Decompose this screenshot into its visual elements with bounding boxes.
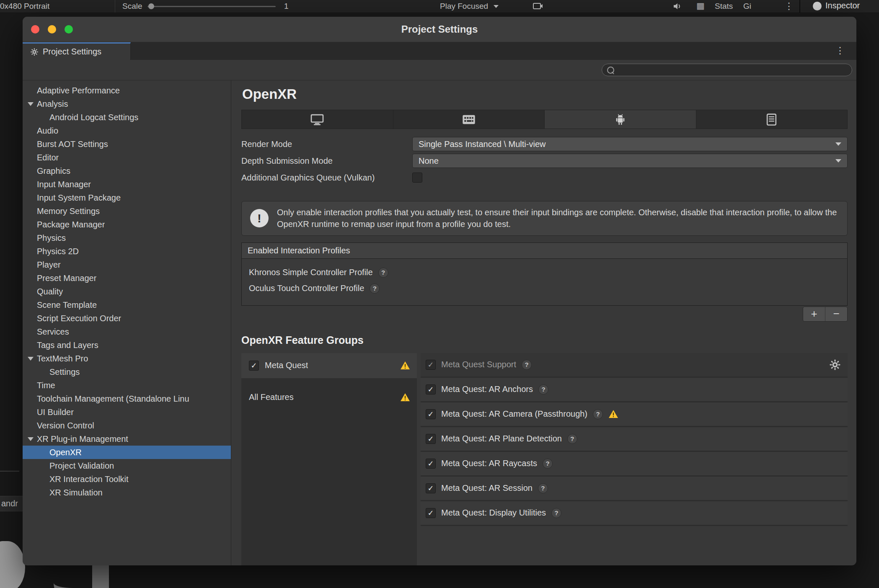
sidebar-item-editor[interactable]: Editor (23, 151, 231, 164)
sidebar-item-time[interactable]: Time (23, 379, 231, 392)
feature-label: Meta Quest: AR Camera (Passthrough) (441, 409, 587, 419)
platform-tab-3[interactable] (696, 110, 848, 129)
play-focused-dropdown[interactable]: Play Focused (440, 2, 499, 11)
help-icon[interactable] (378, 268, 388, 278)
stats-button[interactable]: Stats (715, 2, 733, 11)
sidebar-item-physics[interactable]: Physics (23, 231, 231, 245)
search-input[interactable] (618, 65, 847, 75)
help-icon[interactable] (593, 409, 603, 419)
scale-value: 1 (284, 2, 289, 11)
remove-profile-button[interactable]: − (825, 307, 847, 321)
search-field[interactable] (602, 64, 852, 76)
help-icon[interactable] (551, 508, 561, 518)
foldout-open-icon[interactable] (28, 357, 34, 361)
profiles-add-remove: + − (803, 307, 848, 322)
sidebar-item-settings[interactable]: Settings (23, 365, 231, 379)
sidebar-item-player[interactable]: Player (23, 258, 231, 271)
checkbox-meta-quest-ar-anchors[interactable] (426, 384, 436, 395)
help-icon[interactable] (522, 360, 532, 370)
sidebar-item-services[interactable]: Services (23, 325, 231, 338)
platform-tab-2[interactable] (545, 110, 696, 129)
sidebar-item-input-manager[interactable]: Input Manager (23, 178, 231, 191)
inspector-tab-label[interactable]: Inspector (825, 1, 860, 10)
sidebar-item-project-validation[interactable]: Project Validation (23, 459, 231, 472)
checkbox-meta-quest-display-utilities[interactable] (426, 508, 436, 518)
sidebar-item-audio[interactable]: Audio (23, 124, 231, 137)
sidebar-item-burst-aot-settings[interactable]: Burst AOT Settings (23, 137, 231, 151)
feature-group-meta-quest[interactable]: Meta Quest (241, 353, 417, 378)
background-partial-button[interactable]: andr (0, 496, 26, 511)
feature-label: Meta Quest Support (441, 360, 516, 369)
close-button[interactable] (31, 25, 39, 34)
sidebar-item-label: Script Execution Order (37, 314, 121, 323)
sidebar-item-xr-plug-in-management[interactable]: XR Plug-in Management (23, 432, 231, 446)
scale-slider-knob[interactable] (148, 3, 154, 9)
help-icon[interactable] (370, 284, 380, 294)
checkbox-meta-quest-ar-camera-passthrough[interactable] (426, 409, 436, 419)
speaker-icon[interactable] (673, 3, 682, 10)
gizmos-button[interactable]: Gi (743, 2, 751, 11)
sidebar-item-version-control[interactable]: Version Control (23, 419, 231, 432)
sidebar-item-package-manager[interactable]: Package Manager (23, 218, 231, 231)
help-icon[interactable] (567, 434, 577, 444)
help-icon[interactable] (543, 459, 553, 469)
help-icon[interactable] (538, 384, 548, 395)
checkbox-additional-graphics-queue-vulkan[interactable] (412, 173, 422, 183)
window-titlebar[interactable]: Project Settings (23, 17, 856, 42)
checkbox-meta-quest[interactable] (249, 361, 259, 371)
feature-row-meta-quest-ar-anchors: Meta Quest: AR Anchors (421, 378, 848, 402)
checkbox-meta-quest-support[interactable] (426, 360, 436, 370)
profile-label: Khronos Simple Controller Profile (249, 268, 373, 277)
checkbox-meta-quest-ar-session[interactable] (426, 483, 436, 493)
resolution-dropdown[interactable]: 0x480 Portrait (0, 2, 49, 11)
sidebar-item-script-execution-order[interactable]: Script Execution Order (23, 312, 231, 325)
sidebar-item-openxr[interactable]: OpenXR (23, 446, 231, 459)
warning-icon (608, 410, 618, 418)
sidebar-item-memory-settings[interactable]: Memory Settings (23, 204, 231, 218)
sidebar-item-scene-template[interactable]: Scene Template (23, 298, 231, 312)
profile-row-khronos-simple-controller-profile: Khronos Simple Controller Profile (242, 265, 847, 281)
warning-info-icon (250, 209, 269, 227)
checkbox-meta-quest-ar-raycasts[interactable] (426, 459, 436, 469)
checkbox-meta-quest-ar-plane-detection[interactable] (426, 434, 436, 444)
sidebar-item-input-system-package[interactable]: Input System Package (23, 191, 231, 204)
sidebar-item-physics-2d[interactable]: Physics 2D (23, 245, 231, 258)
sidebar-item-xr-interaction-toolkit[interactable]: XR Interaction Toolkit (23, 472, 231, 486)
help-icon[interactable] (538, 483, 548, 493)
feature-label: Meta Quest: AR Raycasts (441, 459, 537, 468)
more-menu-icon[interactable] (835, 45, 845, 56)
sidebar-item-textmesh-pro[interactable]: TextMesh Pro (23, 352, 231, 365)
sidebar-item-analysis[interactable]: Analysis (23, 97, 231, 111)
minimize-button[interactable] (48, 25, 56, 34)
sidebar-item-label: XR Plug-in Management (37, 434, 128, 444)
sidebar-item-quality[interactable]: Quality (23, 285, 231, 298)
sidebar-item-adaptive-performance[interactable]: Adaptive Performance (23, 84, 231, 97)
feature-group-all-features[interactable]: All Features (241, 385, 417, 410)
sidebar-item-label: Memory Settings (37, 206, 100, 216)
grid-icon[interactable] (696, 1, 705, 11)
platform-tab-1[interactable] (393, 110, 545, 129)
dropdown-depth-submission-mode[interactable]: None (412, 154, 848, 168)
gear-icon[interactable] (829, 359, 841, 371)
scale-slider[interactable] (147, 6, 276, 7)
zoom-button[interactable] (65, 25, 73, 34)
feature-row-meta-quest-display-utilities: Meta Quest: Display Utilities (421, 501, 848, 526)
sidebar-item-preset-manager[interactable]: Preset Manager (23, 271, 231, 285)
tab-project-settings[interactable]: Project Settings (23, 42, 131, 60)
foldout-open-icon[interactable] (28, 102, 34, 106)
add-profile-button[interactable]: + (803, 307, 825, 321)
camera-icon[interactable] (533, 2, 543, 10)
sidebar-item-xr-simulation[interactable]: XR Simulation (23, 486, 231, 499)
sidebar-item-graphics[interactable]: Graphics (23, 164, 231, 178)
more-menu-icon[interactable] (784, 1, 794, 12)
sidebar-item-android-logcat-settings[interactable]: Android Logcat Settings (23, 111, 231, 124)
sidebar-item-toolchain-management-standalone-linu[interactable]: Toolchain Management (Standalone Linu (23, 392, 231, 405)
field-row-depth-submission-mode: Depth Submission ModeNone (241, 152, 848, 169)
dropdown-render-mode[interactable]: Single Pass Instanced \ Multi-view (412, 137, 848, 151)
platform-tab-0[interactable] (242, 110, 393, 129)
sidebar-item-ui-builder[interactable]: UI Builder (23, 405, 231, 419)
sidebar-item-tags-and-layers[interactable]: Tags and Layers (23, 338, 231, 352)
sidebar-item-label: Tags and Layers (37, 340, 98, 350)
feature-row-meta-quest-support: Meta Quest Support (421, 353, 848, 378)
foldout-open-icon[interactable] (28, 437, 34, 441)
